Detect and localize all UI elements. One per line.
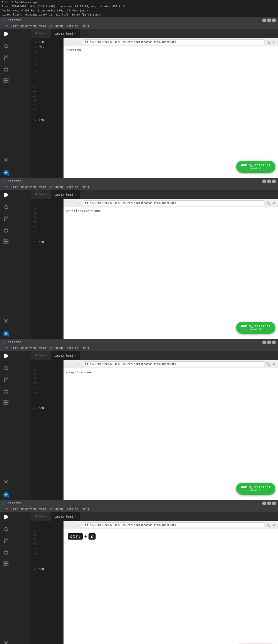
welcome-tab-label-1[interactable]: Welcome xyxy=(31,29,51,38)
menu-terminal-1[interactable]: Terminal xyxy=(67,25,80,28)
maximize-btn-4[interactable] xyxy=(267,501,271,505)
browser-zoom-2[interactable]: 🔍 xyxy=(266,201,270,205)
menu-help-2[interactable]: Help xyxy=(83,186,90,189)
menu-file-3[interactable]: File xyxy=(2,347,8,350)
menu-selection-3[interactable]: Selection xyxy=(21,347,36,350)
menu-terminal-2[interactable]: Terminal xyxy=(67,186,80,189)
minimize-btn-4[interactable] xyxy=(262,501,266,505)
menu-terminal-3[interactable]: Terminal xyxy=(67,347,80,350)
explorer-icon-3[interactable] xyxy=(2,353,10,361)
menu-help-1[interactable]: Help xyxy=(83,25,90,28)
debug-icon-4[interactable] xyxy=(2,548,10,556)
forward-btn-2[interactable]: → xyxy=(71,201,75,205)
welcome-tab-label-4[interactable]: Welcome xyxy=(31,512,51,521)
debug-icon-2[interactable] xyxy=(2,226,10,234)
menu-go-3[interactable]: Go xyxy=(49,347,52,350)
welcome-tab-3[interactable]: Welcome xyxy=(8,340,21,344)
index-tab-1[interactable]: index.html × xyxy=(51,29,80,38)
close-btn-3[interactable] xyxy=(272,340,276,344)
menu-edit-3[interactable]: Edit xyxy=(11,347,18,350)
menu-selection-2[interactable]: Selection xyxy=(21,186,36,189)
menu-view-2[interactable]: View xyxy=(39,186,46,189)
menu-debug-3[interactable]: Debug xyxy=(55,347,64,350)
minimize-btn-1[interactable] xyxy=(262,18,266,22)
menu-view-3[interactable]: View xyxy=(39,347,46,350)
extensions-icon-2[interactable] xyxy=(2,238,10,245)
maximize-btn-2[interactable] xyxy=(267,179,271,183)
close-btn-4[interactable] xyxy=(272,501,276,505)
explorer-icon-4[interactable] xyxy=(2,514,10,522)
search-icon-2[interactable] xyxy=(2,203,10,211)
tab-close-icon-1[interactable]: × xyxy=(75,32,76,35)
back-btn-1[interactable]: ← xyxy=(65,40,70,44)
settings-icon-4[interactable] xyxy=(2,639,10,644)
menu-go-4[interactable]: Go xyxy=(49,508,52,511)
menu-go-1[interactable]: Go xyxy=(49,25,52,28)
avatar-icon-2[interactable]: U xyxy=(2,330,10,338)
welcome-tab-2[interactable]: Welcome xyxy=(8,179,21,183)
extensions-icon-4[interactable] xyxy=(2,560,10,567)
maximize-btn-3[interactable] xyxy=(267,340,271,344)
browser-zoom-3[interactable]: 🔍 xyxy=(266,362,270,366)
forward-btn-1[interactable]: → xyxy=(71,40,75,44)
browser-settings-3[interactable]: ⚙ xyxy=(272,362,276,366)
tab-close-icon-2[interactable]: × xyxy=(75,193,76,196)
menu-edit-2[interactable]: Edit xyxy=(11,186,18,189)
extensions-icon-1[interactable] xyxy=(2,77,10,84)
menu-file-4[interactable]: File xyxy=(2,508,8,511)
back-btn-4[interactable]: ← xyxy=(65,523,70,527)
close-btn-1[interactable] xyxy=(272,18,276,22)
refresh-btn-4[interactable]: ↻ xyxy=(77,523,81,527)
minimize-btn-2[interactable] xyxy=(262,179,266,183)
menu-edit-1[interactable]: Edit xyxy=(11,25,18,28)
browser-zoom-4[interactable]: 🔍 xyxy=(266,523,270,527)
git-icon-4[interactable] xyxy=(2,537,10,544)
debug-icon-3[interactable] xyxy=(2,387,10,395)
extensions-icon-3[interactable] xyxy=(2,399,10,406)
search-icon-3[interactable] xyxy=(2,364,10,372)
maximize-btn-1[interactable] xyxy=(267,18,271,22)
explorer-icon-2[interactable] xyxy=(2,192,10,200)
welcome-tab-label-2[interactable]: Welcome xyxy=(31,190,51,199)
welcome-tab-label-3[interactable]: Welcome xyxy=(31,351,51,360)
menu-file-1[interactable]: File xyxy=(2,25,8,28)
forward-btn-4[interactable]: → xyxy=(71,523,75,527)
browser-zoom-out-1[interactable]: 🔍 xyxy=(266,40,270,44)
settings-icon-1[interactable] xyxy=(2,156,10,164)
minimize-btn-3[interactable] xyxy=(262,340,266,344)
menu-selection-4[interactable]: Selection xyxy=(21,508,36,511)
menu-debug-2[interactable]: Debug xyxy=(55,186,64,189)
index-tab-3[interactable]: index.html × xyxy=(51,351,80,360)
menu-selection-1[interactable]: Selection xyxy=(21,25,36,28)
index-tab-2[interactable]: index.html × xyxy=(51,190,80,199)
refresh-btn-1[interactable]: ↻ xyxy=(77,40,81,44)
menu-go-2[interactable]: Go xyxy=(49,186,52,189)
menu-terminal-4[interactable]: Terminal xyxy=(67,508,80,511)
address-bar-1[interactable]: file:///C:/Users/User/Desktop/bootstrap%… xyxy=(83,39,264,45)
refresh-btn-2[interactable]: ↻ xyxy=(77,201,81,205)
refresh-btn-3[interactable]: ↻ xyxy=(77,362,81,366)
menu-view-1[interactable]: View xyxy=(39,25,46,28)
git-icon-1[interactable] xyxy=(2,54,10,61)
git-icon-2[interactable] xyxy=(2,215,10,222)
tab-close-icon-4[interactable]: × xyxy=(75,515,76,518)
back-btn-2[interactable]: ← xyxy=(65,201,70,205)
menu-debug-1[interactable]: Debug xyxy=(55,25,64,28)
search-icon-4[interactable] xyxy=(2,525,10,533)
browser-settings-1[interactable]: ⚙ xyxy=(272,40,276,44)
browser-settings-4[interactable]: ⚙ xyxy=(272,523,276,527)
git-icon-3[interactable] xyxy=(2,376,10,383)
forward-btn-3[interactable]: → xyxy=(71,362,75,366)
back-btn-3[interactable]: ← xyxy=(65,362,70,366)
menu-debug-4[interactable]: Debug xyxy=(55,508,64,511)
address-bar-2[interactable]: file:///C:/Users/User/Desktop/bootstrap%… xyxy=(83,200,264,206)
settings-icon-3[interactable] xyxy=(2,478,10,486)
menu-view-4[interactable]: View xyxy=(39,508,46,511)
explorer-icon-1[interactable] xyxy=(2,31,10,39)
address-bar-4[interactable]: file:///C:/Users/User/Desktop/bootstrap%… xyxy=(83,522,264,528)
debug-icon-1[interactable] xyxy=(2,65,10,73)
index-tab-4[interactable]: index.html × xyxy=(51,512,80,521)
tab-close-icon-3[interactable]: × xyxy=(75,354,76,357)
settings-icon-2[interactable] xyxy=(2,317,10,325)
browser-settings-2[interactable]: ⚙ xyxy=(272,201,276,205)
